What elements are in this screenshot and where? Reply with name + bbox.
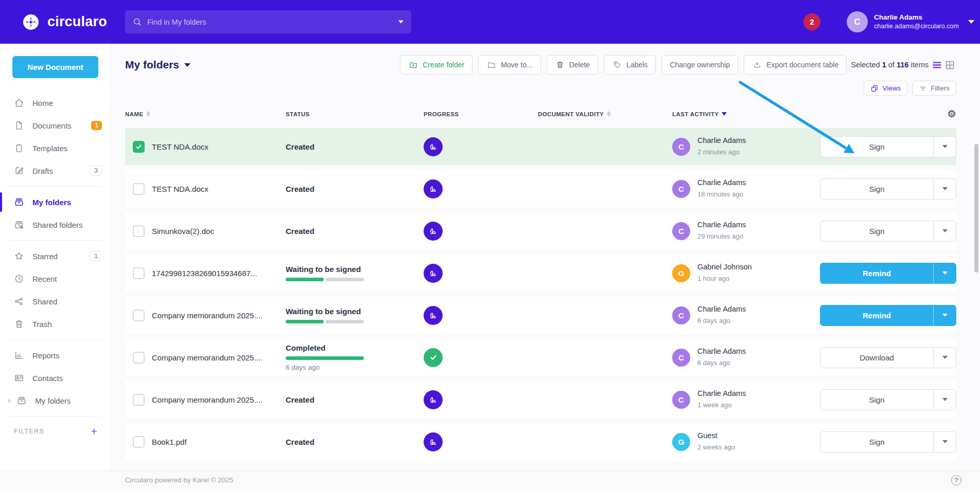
selected-count: 1 [882,61,886,69]
action-dropdown-caret[interactable] [933,390,956,410]
sidebar-item-label: My folders [32,198,102,207]
sidebar-item-contacts[interactable]: Contacts [0,367,110,389]
row-checkbox[interactable] [133,267,145,279]
signature-icon[interactable] [424,264,443,283]
search-input[interactable] [147,18,398,26]
sign-button[interactable]: Sign [820,179,933,199]
status-label: Created [286,395,314,404]
sidebar-item-templates[interactable]: Templates [0,137,110,159]
total-count: 116 [897,61,908,69]
signature-icon[interactable] [424,222,443,241]
sidebar-item-label: Trash [32,320,102,329]
download-button[interactable]: Download [820,348,933,368]
sidebar-divider [9,186,101,187]
count-badge: 1 [91,121,102,130]
action-dropdown-caret[interactable] [933,432,956,452]
action-dropdown-caret[interactable] [933,348,956,368]
action-dropdown-caret[interactable] [933,221,956,241]
document-name[interactable]: Company memorandum 2025.... [152,311,286,320]
row-checkbox[interactable] [133,141,145,153]
last-activity-cell: C Charlie Adams6 days ago [672,347,820,368]
sidebar-item-reports[interactable]: Reports [0,344,110,367]
sidebar-item-label: Reports [32,351,102,360]
document-name[interactable]: TEST NDA.docx [152,185,286,193]
row-checkbox[interactable] [133,436,145,448]
remind-button[interactable]: Remind [820,305,933,325]
sidebar-item-label: Contacts [32,374,102,383]
user-avatar: C [672,180,690,198]
sign-button[interactable]: Sign [820,390,933,410]
document-name[interactable]: Simunkova(2).doc [152,227,286,236]
document-name[interactable]: TEST NDA.docx [152,142,286,151]
activity-time: 1 hour ago [697,275,729,282]
table-settings-gear-icon[interactable]: ⚙ [948,109,956,119]
sidebar-item-my-folders[interactable]: My folders [0,191,110,213]
check-icon[interactable] [424,348,443,367]
action-dropdown-caret[interactable] [933,137,956,157]
list-view-icon[interactable] [931,59,943,71]
global-search[interactable] [125,10,411,33]
sidebar-item-home[interactable]: Home [0,92,110,114]
grid-view-icon[interactable] [943,59,956,71]
sidebar-item-recent[interactable]: Recent [0,267,110,290]
share-icon [14,296,24,306]
footer: Circularo powered by Karel © 2025 ? [0,470,980,489]
page-title[interactable]: My folders [125,59,190,71]
signature-icon[interactable] [424,306,443,325]
row-checkbox[interactable] [133,394,145,406]
column-header-progress[interactable]: PROGRESS [424,111,538,117]
help-icon[interactable]: ? [951,475,961,485]
search-scope-caret-icon[interactable] [398,21,404,24]
row-checkbox[interactable] [133,183,145,195]
column-header-name[interactable]: NAME [125,111,286,117]
sign-button[interactable]: Sign [820,137,933,157]
new-document-button[interactable]: New Document [12,56,98,78]
add-filter-button[interactable]: + [91,428,98,435]
brand-logo[interactable]: circularo [21,12,107,32]
move-to-button[interactable]: Move to... [478,55,540,75]
sidebar-item-shared-folders[interactable]: Shared folders [0,213,110,236]
action-dropdown-caret[interactable] [933,179,956,199]
sidebar-item-documents[interactable]: Documents1 [0,114,110,137]
sidebar-item-starred[interactable]: Starred1 [0,245,110,267]
filters-button[interactable]: Filters [912,81,956,96]
labels-button[interactable]: Labels [604,55,656,75]
signature-icon[interactable] [424,432,443,451]
signature-icon[interactable] [424,137,443,156]
sidebar-item-drafts[interactable]: Drafts3 [0,159,110,182]
sign-button[interactable]: Sign [820,432,933,452]
sidebar-item-shared[interactable]: Shared [0,290,110,313]
create-folder-button[interactable]: Create folder [400,55,472,75]
row-checkbox[interactable] [133,310,145,321]
document-name[interactable]: Company memorandum 2025.... [152,395,286,404]
delete-button[interactable]: Delete [547,55,598,75]
remind-button[interactable]: Remind [820,263,933,283]
change-ownership-button[interactable]: Change ownership [661,55,738,75]
column-header-status[interactable]: STATUS [286,111,424,117]
action-dropdown-caret[interactable] [933,263,956,283]
action-dropdown-caret[interactable] [933,305,956,325]
folder-icon [487,61,496,69]
document-name[interactable]: 17429981238269015934687... [152,269,286,278]
sign-button[interactable]: Sign [820,221,933,241]
export-document-table-button[interactable]: Export document table [744,55,847,75]
column-header-validity[interactable]: DOCUMENT VALIDITY [538,111,672,117]
sidebar-item-my-folders-tree[interactable]: ›My folders [0,389,110,412]
vertical-scrollbar[interactable] [974,144,978,273]
signature-icon[interactable] [424,179,443,198]
user-menu-caret-icon[interactable] [968,20,974,24]
last-activity-cell: C Charlie Adams1 week ago [672,389,820,410]
notifications-badge[interactable]: 2 [803,13,820,30]
signature-icon[interactable] [424,390,443,409]
document-name[interactable]: Company memorandum 2025.... [152,353,286,362]
document-name[interactable]: Book1.pdf [152,438,286,446]
chevron-right-icon[interactable]: › [8,396,10,405]
column-header-activity[interactable]: LAST ACTIVITY [672,111,820,117]
sidebar-item-trash[interactable]: Trash [0,313,110,335]
title-caret-icon [184,63,190,67]
views-button[interactable]: Views [864,81,907,96]
user-menu[interactable]: C Charlie Adams charlie.adams@circularo.… [847,11,974,32]
row-checkbox[interactable] [133,352,145,364]
row-checkbox[interactable] [133,225,145,237]
status-label: Completed [286,343,326,352]
